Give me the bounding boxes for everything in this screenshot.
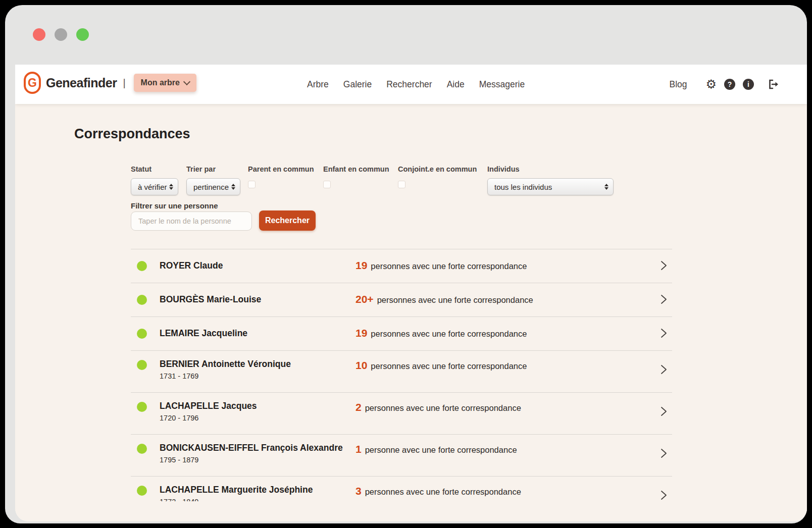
- match-summary: 19 personnes avec une forte correspondan…: [356, 327, 527, 339]
- match-summary: 1 personne avec une forte correspondance: [356, 443, 517, 455]
- status-dot-icon: [137, 261, 147, 271]
- status-dot-icon: [137, 486, 147, 496]
- chevron-right-icon[interactable]: [659, 260, 668, 273]
- correspondence-row[interactable]: ROYER Claude 19 personnes avec une forte…: [131, 249, 672, 283]
- header-actions: Blog ⚙︎ ? i: [669, 65, 780, 104]
- chevron-right-icon[interactable]: [659, 364, 668, 377]
- nav-blog[interactable]: Blog: [669, 79, 687, 90]
- person-filter-label: Filtrer sur une personne: [131, 201, 218, 210]
- tree-selector[interactable]: Mon arbre: [134, 74, 196, 92]
- person-info: LEMAIRE Jacqueline: [160, 328, 247, 339]
- logout-icon[interactable]: [768, 79, 780, 90]
- parent-en-commun-label: Parent en commun: [248, 165, 314, 173]
- person-info: BONICKAUSEN-EIFFEL François Alexandre 17…: [160, 443, 343, 464]
- match-count: 1: [356, 443, 362, 455]
- select-arrows-icon: [604, 184, 608, 190]
- individus-select[interactable]: tous les individus: [487, 178, 614, 195]
- chevron-right-icon[interactable]: [659, 406, 668, 419]
- site-header: G Geneafinder | Mon arbre Arbre Galerie …: [15, 65, 807, 104]
- minimize-button[interactable]: [55, 28, 67, 41]
- status-dot-icon: [137, 295, 147, 305]
- status-dot-icon: [137, 402, 147, 412]
- status-dot-icon: [137, 360, 147, 370]
- settings-gear-icon[interactable]: ⚙︎: [705, 78, 717, 90]
- main-nav: Arbre Galerie Rechercher Aide Messagerie: [307, 65, 525, 104]
- match-text: personnes avec une forte correspondance: [377, 295, 533, 305]
- correspondence-row[interactable]: BONICKAUSEN-EIFFEL François Alexandre 17…: [131, 434, 672, 476]
- conjoint-en-commun-label: Conjoint.e en commun: [398, 165, 477, 173]
- person-name: ROYER Claude: [160, 260, 223, 271]
- match-summary: 2 personnes avec une forte correspondanc…: [356, 401, 521, 413]
- person-name: LACHAPELLE Marguerite Joséphine: [160, 485, 313, 495]
- individus-label: Individus: [487, 165, 520, 173]
- match-summary: 3 personnes avec une forte correspondanc…: [356, 485, 521, 497]
- zoom-button[interactable]: [76, 28, 89, 41]
- person-dates: 1731 - 1769: [160, 372, 291, 380]
- match-count: 20+: [356, 293, 374, 305]
- trier-par-select[interactable]: pertinence: [186, 178, 240, 195]
- person-info: BOURGÈS Marie-Louise: [160, 294, 261, 305]
- help-icon[interactable]: ?: [724, 79, 735, 90]
- nav-arbre[interactable]: Arbre: [307, 79, 329, 90]
- person-info: ROYER Claude: [160, 260, 223, 271]
- match-count: 19: [356, 259, 367, 272]
- traffic-lights: [33, 28, 89, 41]
- person-name: LEMAIRE Jacqueline: [160, 328, 247, 339]
- match-count: 3: [356, 485, 362, 497]
- statut-label: Statut: [131, 165, 151, 173]
- enfant-en-commun-label: Enfant en commun: [323, 165, 389, 173]
- close-button[interactable]: [33, 28, 45, 41]
- nav-messagerie[interactable]: Messagerie: [479, 79, 525, 90]
- match-text: personnes avec une forte correspondance: [371, 261, 527, 271]
- chevron-right-icon[interactable]: [659, 294, 668, 307]
- browser-viewport: G Geneafinder | Mon arbre Arbre Galerie …: [15, 65, 807, 521]
- trier-par-label: Trier par: [186, 165, 216, 173]
- trier-par-select-value: pertinence: [193, 183, 229, 191]
- nav-galerie[interactable]: Galerie: [343, 79, 372, 90]
- person-name: BOURGÈS Marie-Louise: [160, 294, 261, 305]
- correspondence-row[interactable]: LEMAIRE Jacqueline 19 personnes avec une…: [131, 316, 672, 350]
- correspondence-row[interactable]: BERNIER Antoinette Véronique 1731 - 1769…: [131, 350, 672, 392]
- person-name: LACHAPELLE Jacques: [160, 401, 257, 411]
- statut-select[interactable]: à vérifier: [131, 178, 178, 195]
- parent-en-commun-checkbox[interactable]: [248, 181, 256, 188]
- bottom-mask: [15, 501, 807, 521]
- person-dates: 1720 - 1796: [160, 414, 257, 422]
- person-info: LACHAPELLE Jacques 1720 - 1796: [160, 401, 257, 422]
- person-dates: 1795 - 1879: [160, 456, 343, 464]
- person-info: BERNIER Antoinette Véronique 1731 - 1769: [160, 359, 291, 380]
- chevron-down-icon: [183, 78, 190, 85]
- chevron-right-icon[interactable]: [659, 448, 668, 461]
- individus-select-value: tous les individus: [494, 183, 552, 191]
- status-dot-icon: [137, 329, 147, 339]
- select-arrows-icon: [169, 184, 173, 190]
- status-dot-icon: [137, 444, 147, 454]
- person-name: BERNIER Antoinette Véronique: [160, 359, 291, 369]
- statut-select-value: à vérifier: [138, 183, 167, 191]
- match-count: 19: [356, 327, 367, 339]
- person-name: BONICKAUSEN-EIFFEL François Alexandre: [160, 443, 343, 453]
- match-text: personnes avec une forte correspondance: [371, 361, 527, 371]
- search-button[interactable]: Rechercher: [259, 210, 316, 231]
- correspondence-row[interactable]: LACHAPELLE Jacques 1720 - 1796 2 personn…: [131, 392, 672, 434]
- brand-separator: |: [123, 77, 125, 89]
- match-text: personnes avec une forte correspondance: [371, 329, 527, 339]
- correspondence-row[interactable]: BOURGÈS Marie-Louise 20+ personnes avec …: [131, 283, 672, 316]
- match-text: personnes avec une forte correspondance: [365, 487, 521, 497]
- enfant-en-commun-checkbox[interactable]: [323, 181, 331, 188]
- match-summary: 19 personnes avec une forte correspondan…: [356, 259, 527, 272]
- match-text: personne avec une forte correspondance: [365, 445, 517, 455]
- match-count: 2: [356, 401, 362, 413]
- match-text: personnes avec une forte correspondance: [365, 403, 521, 413]
- nav-rechercher[interactable]: Rechercher: [386, 79, 432, 90]
- chevron-right-icon[interactable]: [659, 328, 668, 341]
- select-arrows-icon: [231, 184, 235, 190]
- brand-name[interactable]: Geneafinder: [46, 76, 117, 90]
- geneafinder-logo-icon[interactable]: G: [24, 72, 41, 94]
- results-list: ROYER Claude 19 personnes avec une forte…: [131, 249, 672, 518]
- info-icon[interactable]: i: [743, 79, 754, 90]
- match-count: 10: [356, 359, 367, 372]
- nav-aide[interactable]: Aide: [447, 79, 465, 90]
- conjoint-en-commun-checkbox[interactable]: [398, 181, 405, 188]
- person-filter-input[interactable]: [131, 212, 252, 231]
